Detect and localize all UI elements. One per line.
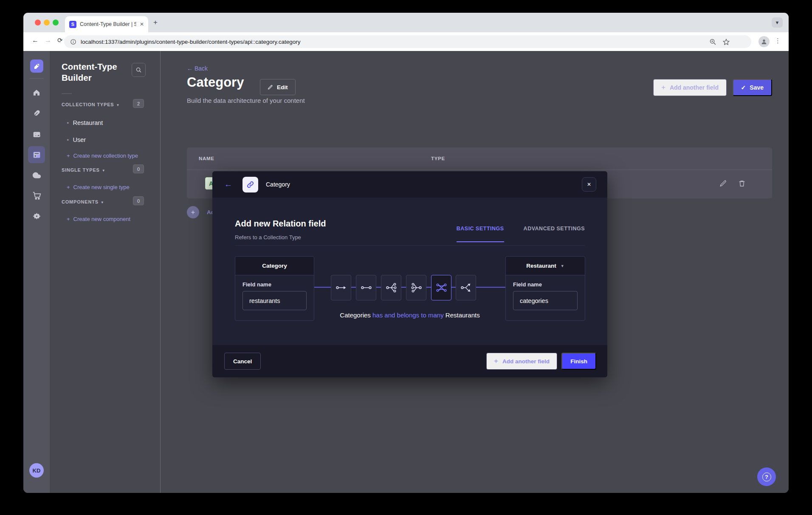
sidebar-item-home[interactable] [28, 84, 45, 101]
rail-divider [29, 78, 44, 79]
page-subtitle: Build the data architecture of your cont… [187, 97, 305, 104]
cancel-button[interactable]: Cancel [224, 353, 261, 370]
sidebar-item-media-library[interactable] [28, 126, 45, 143]
user-avatar[interactable]: KD [29, 463, 44, 478]
plus-icon: + [67, 184, 70, 190]
modal-add-another-field-button[interactable]: +Add another field [486, 353, 557, 370]
panel-title: Content-Type Builder [62, 61, 125, 83]
url-text: localhost:1337/admin/plugins/content-typ… [81, 39, 301, 45]
content-type-builder-icon [32, 150, 41, 159]
browser-tab[interactable]: S Content-Type Builder | Strapi ✕ [65, 16, 148, 32]
section-components[interactable]: COMPONENTS▼ [62, 199, 104, 204]
zoom-magnifier-icon[interactable] [709, 38, 716, 45]
search-button[interactable] [132, 63, 146, 77]
relation-one-way-button[interactable] [331, 275, 351, 300]
column-header-name: NAME [199, 156, 214, 161]
browser-reload-icon[interactable]: ⟳ [57, 37, 63, 44]
many-way-icon [460, 283, 472, 293]
relation-link-icon [246, 181, 254, 189]
field-name-label: Field name [242, 281, 307, 288]
browser-forward-icon[interactable]: → [45, 37, 51, 44]
search-icon [135, 67, 142, 73]
sidebar-item-content-type-builder[interactable] [28, 146, 45, 163]
one-way-icon [336, 283, 347, 293]
media-images-icon [32, 130, 41, 139]
finish-button[interactable]: Finish [561, 353, 596, 370]
relation-one-to-many-button[interactable] [381, 275, 401, 300]
chevron-down-icon: ▼ [102, 169, 106, 173]
macos-minimize-button[interactable] [44, 20, 50, 25]
sidebar-item-content-manager[interactable] [28, 105, 45, 122]
modal-breadcrumb: Category [266, 181, 290, 188]
section-single-types[interactable]: SINGLE TYPES▼ [62, 167, 105, 173]
sidebar-item-marketplace[interactable] [28, 187, 45, 204]
cart-icon [32, 191, 41, 200]
relation-sentence: Categories has and belongs to many Resta… [314, 311, 505, 319]
target-field-name-input[interactable] [513, 291, 578, 310]
back-link[interactable]: ← Back [187, 65, 208, 72]
plus-icon: + [494, 357, 498, 365]
browser-menu-icon[interactable]: ⋮ [775, 37, 781, 45]
tab-title: Content-Type Builder | Strapi [80, 21, 136, 27]
modal-footer: Cancel +Add another field Finish [212, 345, 607, 377]
relation-many-to-many-button[interactable] [431, 275, 451, 300]
macos-close-button[interactable] [35, 20, 41, 25]
sidebar-item-deploy-cloud[interactable] [28, 167, 45, 184]
one-to-many-icon [386, 283, 397, 293]
bookmark-star-icon[interactable] [722, 38, 730, 46]
relation-one-to-one-button[interactable] [356, 275, 376, 300]
source-field-name-input[interactable] [242, 291, 307, 310]
edit-button[interactable]: Edit [260, 79, 296, 95]
create-single-type-link[interactable]: +Create new single type [67, 184, 130, 190]
add-relation-field-modal: ← Category ✕ Add new Relation field Refe… [212, 171, 607, 377]
cloud-icon [32, 171, 41, 180]
close-icon[interactable]: ✕ [582, 177, 596, 192]
bullet-icon: ● [67, 138, 69, 142]
new-tab-button[interactable]: + [153, 18, 158, 27]
add-another-field-button[interactable]: +Add another field [653, 79, 727, 96]
create-collection-type-link[interactable]: +Create new collection type [67, 153, 138, 159]
target-entity-dropdown[interactable]: Restaurant▼ [506, 257, 585, 275]
relation-chip [242, 177, 258, 192]
create-component-link[interactable]: +Create new component [67, 216, 130, 222]
strapi-logo-icon [33, 62, 40, 70]
single-types-count: 0 [133, 164, 144, 173]
tab-close-icon[interactable]: ✕ [140, 21, 144, 27]
edit-field-button[interactable] [719, 180, 727, 187]
gear-icon [32, 212, 41, 221]
delete-field-button[interactable] [738, 180, 746, 187]
sidebar-item-restaurant[interactable]: ●Restaurant [67, 119, 103, 126]
tab-search-chevron-icon[interactable]: ▼ [772, 17, 783, 28]
browser-profile-avatar[interactable] [758, 36, 770, 47]
table-divider [187, 170, 772, 170]
save-button[interactable]: ✓Save [733, 79, 772, 96]
nav-rail: KD [23, 51, 50, 493]
sidebar-item-user[interactable]: ●User [67, 136, 86, 143]
strapi-logo[interactable] [30, 59, 43, 73]
relation-many-way-button[interactable] [456, 275, 476, 300]
plus-icon: + [67, 153, 70, 159]
browser-address-bar: ← → ⟳ localhost:1337/admin/plugins/conte… [23, 32, 789, 51]
macos-zoom-button[interactable] [53, 20, 59, 25]
modal-subtitle: Refers to a Collection Type [235, 234, 301, 241]
panel-divider [62, 93, 72, 94]
modal-back-icon[interactable]: ← [224, 180, 232, 189]
tab-basic-settings[interactable]: BASIC SETTINGS [457, 226, 504, 242]
pencil-icon [268, 85, 273, 90]
browser-back-icon[interactable]: ← [32, 37, 39, 44]
ctb-sub-navigation: Content-Type Builder COLLECTION TYPES▼ 2… [50, 51, 161, 493]
relation-many-to-one-button[interactable] [406, 275, 426, 300]
chevron-down-icon: ▼ [116, 103, 120, 107]
sidebar-item-settings[interactable] [28, 208, 45, 225]
url-bar[interactable]: localhost:1337/admin/plugins/content-typ… [64, 35, 751, 48]
target-entity-card: Restaurant▼ Field name [505, 256, 585, 321]
column-header-type: TYPE [431, 156, 445, 161]
site-info-icon[interactable] [70, 39, 76, 45]
components-count: 0 [133, 196, 144, 205]
help-button[interactable]: ? [757, 467, 776, 486]
modal-header: ← Category ✕ [212, 171, 607, 198]
chevron-down-icon: ▼ [101, 201, 104, 204]
tab-advanced-settings[interactable]: ADVANCED SETTINGS [524, 226, 585, 242]
section-collection-types[interactable]: COLLECTION TYPES▼ [62, 102, 120, 107]
plus-circle-icon: + [187, 206, 199, 218]
